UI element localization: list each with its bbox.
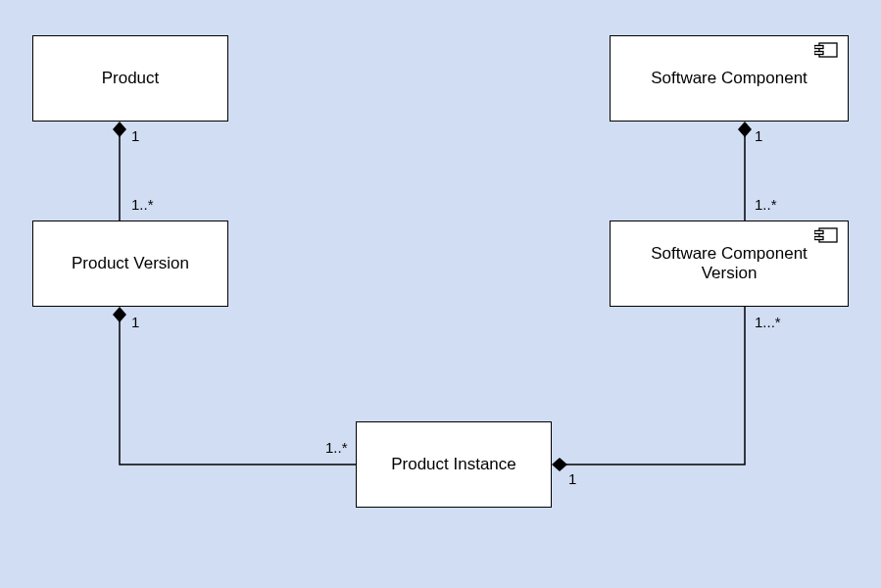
multiplicity-sc-bottom: 1 [755,127,762,144]
svg-marker-11 [552,458,567,471]
svg-rect-1 [814,46,823,49]
uml-class-product: Product [32,35,228,122]
uml-class-product-instance: Product Instance [356,421,552,508]
svg-rect-5 [814,237,823,240]
svg-marker-7 [113,122,126,137]
svg-rect-2 [814,52,823,55]
multiplicity-pi-right: 1 [568,470,576,487]
svg-marker-10 [113,307,126,322]
svg-rect-4 [814,231,823,234]
svg-marker-9 [738,122,752,137]
class-label: Product Version [72,254,189,273]
multiplicity-scv-bottom: 1...* [755,314,781,330]
multiplicity-product-bottom: 1 [131,127,139,144]
multiplicity-scv-top: 1..* [755,196,777,213]
component-icon [814,42,838,58]
multiplicity-pi-left: 1..* [325,439,348,456]
class-label: Software Component Version [651,244,808,283]
uml-component-software-component-version: Software Component Version [610,220,849,307]
class-label: Product [102,69,160,88]
uml-component-software-component: Software Component [610,35,849,122]
class-label: Software Component [651,69,808,88]
multiplicity-productversion-top: 1..* [131,196,154,213]
class-label: Product Instance [391,455,516,474]
component-icon [814,227,838,243]
uml-class-product-version: Product Version [32,220,228,307]
multiplicity-productversion-bottom: 1 [131,314,139,330]
